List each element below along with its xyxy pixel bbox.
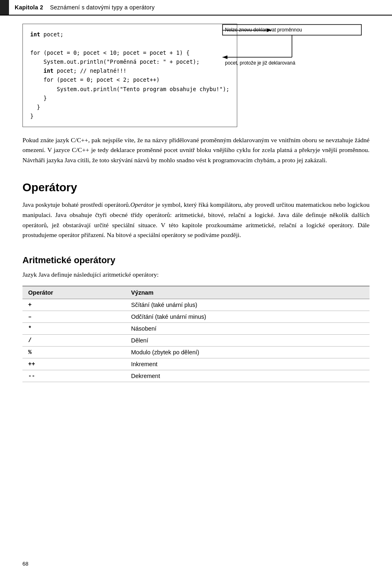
header-text: Kapitola 2 Seznámení s datovými typy a o… — [15, 4, 155, 11]
code-block: int pocet; for (pocet = 0; pocet < 10; p… — [22, 24, 237, 127]
operator-cell: ++ — [22, 358, 125, 370]
page-header: Kapitola 2 Seznámení s datovými typy a o… — [0, 0, 392, 16]
section-heading-operators: Operátory — [22, 181, 370, 194]
operator-cell: % — [22, 347, 125, 358]
operator-cell: – — [22, 311, 125, 323]
chapter-title: Seznámení s datovými typy a operátory — [50, 4, 154, 11]
col-header-meaning: Význam — [125, 286, 370, 299]
meaning-cell: Dělení — [125, 335, 370, 347]
header-black-bar — [0, 0, 9, 15]
chapter-label: Kapitola 2 — [15, 4, 43, 11]
meaning-cell: Sčítání (také unární plus) — [125, 299, 370, 311]
paragraph-3: Jazyk Java definuje následující aritmeti… — [22, 270, 370, 280]
table-row: +Sčítání (také unární plus) — [22, 299, 370, 311]
table-row: /Dělení — [22, 335, 370, 347]
table-row: ++Inkrement — [22, 358, 370, 370]
table-row: *Násobení — [22, 323, 370, 335]
meaning-cell: Inkrement — [125, 358, 370, 370]
meaning-cell: Odčítání (také unární minus) — [125, 311, 370, 323]
table-row: --Dekrement — [22, 370, 370, 382]
code-text: int pocet; for (pocet = 0; pocet < 10; p… — [30, 30, 229, 121]
paragraph-2: Java poskytuje bohaté prostředí operátor… — [22, 200, 370, 240]
page-number: 68 — [22, 561, 28, 567]
table-header-row: Operátor Význam — [22, 286, 370, 299]
meaning-cell: Modulo (zbytek po dělení) — [125, 347, 370, 358]
operator-cell: -- — [22, 370, 125, 382]
meaning-cell: Násobení — [125, 323, 370, 335]
col-header-operator: Operátor — [22, 286, 125, 299]
operator-cell: * — [22, 323, 125, 335]
operators-table: Operátor Význam +Sčítání (také unární pl… — [22, 286, 370, 382]
section-heading-arithmetic: Aritmetické operátory — [22, 255, 370, 266]
svg-rect-3 — [223, 25, 361, 35]
main-content: int pocet; for (pocet = 0; pocet < 10; p… — [0, 16, 392, 398]
meaning-cell: Dekrement — [125, 370, 370, 382]
table-row: %Modulo (zbytek po dělení) — [22, 347, 370, 358]
page: Kapitola 2 Seznámení s datovými typy a o… — [0, 0, 392, 575]
para2-italic: Operátor — [130, 201, 154, 208]
table-body: +Sčítání (také unární plus)–Odčítání (ta… — [22, 299, 370, 382]
operator-cell: + — [22, 299, 125, 311]
code-annotation-area: int pocet; for (pocet = 0; pocet < 10; p… — [22, 24, 370, 127]
operator-cell: / — [22, 335, 125, 347]
table-row: –Odčítání (také unární minus) — [22, 311, 370, 323]
para2-start: Java poskytuje bohaté prostředí operátor… — [22, 201, 130, 208]
paragraph-1: Pokud znáte jazyk C/C++, pak nejspíše ví… — [22, 135, 370, 166]
